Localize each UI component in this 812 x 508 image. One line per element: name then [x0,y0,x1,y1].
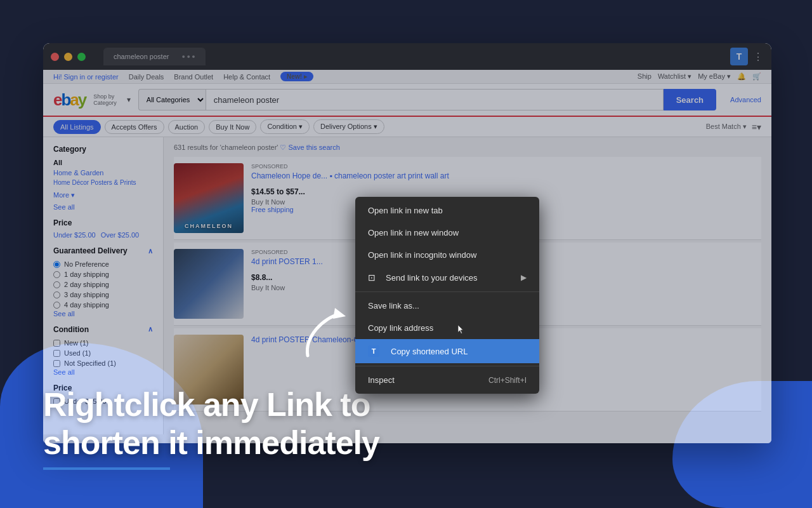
filter-all-listings[interactable]: All Listings [53,120,101,134]
help-contact-link[interactable]: Help & Contact [223,73,270,81]
condition-new: New (1) [53,338,153,348]
price-title: Price [53,218,153,227]
condition-section: Condition ∧ [53,325,153,334]
product-img-label-1: CHAMELEON [185,223,233,229]
svg-marker-0 [333,308,346,319]
filter-condition[interactable]: Condition ▾ [260,119,310,134]
delivery-collapse[interactable]: ∧ [148,247,153,255]
ctx-open-new-tab[interactable]: Open link in new tab [355,199,539,222]
tab-title: chameleon poster [114,53,169,60]
minimize-button[interactable] [64,53,72,61]
search-area: All Categories Search [138,89,716,110]
myebay-link[interactable]: My eBay ▾ [698,72,731,81]
shop-by-label: Shop byCategory [93,93,117,106]
bottom-overlay: Rightclick any Link to shorten it immedi… [43,386,379,470]
delivery-3day: 3 day shipping [53,290,153,300]
filter-accepts-offers[interactable]: Accepts Offers [105,120,164,134]
results-count: 631 results for 'chameleon poster' [174,144,278,151]
condition-unspecified-check[interactable] [53,360,60,367]
product-price-2: $8.8... [251,273,272,282]
condition-unspecified-label: Not Specified (1) [64,359,116,367]
promo-pill: New! ▸ [280,72,313,81]
ctx-inspect[interactable]: Inspect Ctrl+Shift+I [355,369,539,391]
condition-new-label: New (1) [64,339,89,347]
ctx-copy-link[interactable]: Copy link address [355,317,539,339]
delivery-1day: 1 day shipping [53,269,153,279]
see-all-link[interactable]: See all [53,202,75,212]
ctx-arrow-icon: ▶ [521,273,527,282]
bottom-underline [43,467,170,470]
price-over[interactable]: Over $25.00 [101,231,140,239]
condition-title: Condition [53,325,89,334]
results-info: 631 results for 'chameleon poster' ♡ Sav… [174,144,761,152]
extension-icon[interactable]: T [730,48,748,65]
condition-collapse[interactable]: ∧ [148,325,153,334]
ebay-header: ebay Shop byCategory ▾ All Categories Se… [43,84,771,117]
ctx-save-link[interactable]: Save link as... [355,295,539,317]
filter-row: All Listings Accepts Offers Auction Buy … [43,117,771,137]
delivery-3day-label: 3 day shipping [64,291,109,298]
category-select[interactable]: All Categories [138,89,206,110]
close-button[interactable] [51,53,59,61]
condition-new-check[interactable] [53,340,60,347]
price-under[interactable]: Under $25.00 [53,231,96,239]
ctx-inspect-shortcut: Ctrl+Shift+I [488,376,527,385]
filter-delivery[interactable]: Delivery Options ▾ [313,119,384,134]
advanced-link[interactable]: Advanced [730,96,761,104]
product-image-1: CHAMELEON [174,163,244,233]
ctx-send-devices[interactable]: ⊡ Send link to your devices ▶ [355,266,539,289]
delivery-no-pref-label: No Preference [64,260,109,268]
browser-tab[interactable]: chameleon poster ● ● ● [103,48,206,65]
ext-menu-dots[interactable]: ⋮ [753,51,764,63]
maximize-button[interactable] [77,53,86,61]
signin-link[interactable]: Hi! Sign in or register [53,73,119,81]
delivery-4day-radio[interactable] [53,302,60,309]
bottom-text-line2: shorten it immediately [43,424,379,462]
ctx-copy-shortened-url[interactable]: T Copy shortened URL [355,339,539,363]
price-range: Under $25.00 Over $25.00 [53,231,153,239]
search-input[interactable] [206,89,664,110]
notifications-icon[interactable]: 🔔 [737,72,746,81]
filter-auction[interactable]: Auction [168,120,206,134]
view-toggle[interactable]: ≡▾ [752,122,761,132]
condition-see-all[interactable]: See all [53,367,75,377]
product-image-2 [174,249,244,319]
ctx-divider-2 [355,366,539,366]
ebay-topnav: Hi! Sign in or register Daily Deals Bran… [43,70,771,84]
ctx-open-incognito[interactable]: Open link in incognito window [355,244,539,266]
filter-buy-it-now[interactable]: Buy It Now [209,120,256,134]
context-menu: Open link in new tab Open link in new wi… [355,197,539,394]
sidebar-all[interactable]: All [53,157,153,168]
delivery-section: Guaranteed Delivery ∧ [53,246,153,255]
daily-deals-link[interactable]: Daily Deals [129,73,164,81]
sort-area: Best Match ▾ ≡▾ [706,122,761,132]
product-price-1: $14.55 to $57... [251,187,305,196]
delivery-no-pref-radio[interactable] [53,261,60,268]
ext-area: T ⋮ [730,48,764,65]
condition-used: Used (1) [53,348,153,358]
delivery-3day-radio[interactable] [53,291,60,298]
search-button[interactable]: Search [664,89,716,110]
category-title: Category [53,145,153,154]
ship-link[interactable]: Ship [638,72,652,81]
watchlist-link[interactable]: Watchlist ▾ [658,72,691,81]
category-chevron[interactable]: ▾ [127,95,131,104]
sort-select[interactable]: Best Match ▾ [706,123,747,131]
condition-used-check[interactable] [53,350,60,357]
cart-icon[interactable]: 🛒 [752,72,761,81]
delivery-2day-label: 2 day shipping [64,281,109,288]
sidebar-home-garden[interactable]: Home & Garden [53,168,153,178]
delivery-2day-radio[interactable] [53,281,60,288]
save-search-link[interactable]: ♡ Save this search [280,144,339,151]
sponsored-1: SPONSORED [251,163,761,170]
product-title-1[interactable]: Chameleon Hope de... ▪ chameleon poster … [251,171,761,182]
ctx-ext-icon: T [368,345,379,357]
tab-dots: ● ● ● [181,53,195,60]
delivery-title: Guaranteed Delivery [53,246,128,255]
sidebar-home-decor[interactable]: Home Décor Posters & Prints [53,178,153,187]
more-cats-link[interactable]: More ▾ [53,190,75,200]
delivery-see-all[interactable]: See all [53,309,75,319]
ctx-open-new-window[interactable]: Open link in new window [355,222,539,244]
delivery-1day-radio[interactable] [53,271,60,278]
brand-outlet-link[interactable]: Brand Outlet [174,73,213,81]
